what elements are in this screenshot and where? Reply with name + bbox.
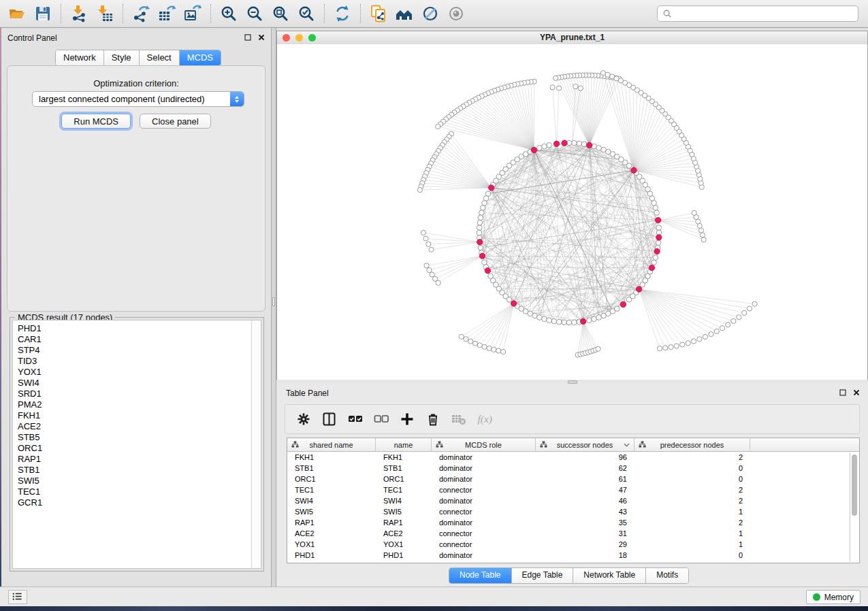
table-row[interactable]: STB1STB1dominator620: [287, 463, 859, 474]
import-table-button[interactable]: [94, 3, 116, 24]
node-table: shared namenameMCDS rolesuccessor nodesp…: [287, 437, 860, 563]
settings-gear-button[interactable]: [295, 410, 312, 428]
mcds-result-item[interactable]: SRD1: [13, 389, 261, 399]
criterion-selected-value: largest connected component (undirected): [33, 94, 230, 104]
column-header-label: name: [394, 441, 413, 449]
zoom-selected-button[interactable]: [295, 3, 317, 24]
table-row[interactable]: FKH1FKH1dominator962: [287, 452, 859, 463]
float-icon[interactable]: [244, 34, 251, 41]
mcds-result-item[interactable]: STB5: [13, 432, 261, 443]
tab-select[interactable]: Select: [140, 50, 180, 65]
zoom-in-button[interactable]: [218, 3, 240, 24]
table-row[interactable]: SWI4SWI4dominator462: [287, 495, 859, 506]
run-mcds-button[interactable]: Run MCDS: [61, 114, 131, 129]
mcds-result-item[interactable]: ORC1: [13, 443, 261, 454]
mcds-result-item[interactable]: TEC1: [13, 486, 261, 497]
column-header-successor-nodes[interactable]: successor nodes: [536, 438, 634, 451]
import-network-button[interactable]: [68, 3, 90, 24]
first-neighbors-button[interactable]: [393, 3, 415, 24]
table-row[interactable]: RAP1RAP1dominator352: [287, 517, 859, 528]
cell-successor-nodes: 46: [536, 495, 634, 506]
column-header-name[interactable]: name: [376, 438, 432, 451]
table-scrollbar[interactable]: [850, 452, 858, 562]
search-input[interactable]: [675, 8, 853, 19]
mcds-result-item[interactable]: TID3: [13, 356, 261, 367]
mcds-result-item[interactable]: PHD1: [13, 323, 261, 334]
splitter-grip-h[interactable]: [568, 380, 577, 384]
mcds-result-item[interactable]: YOX1: [13, 367, 261, 378]
network-canvas[interactable]: [277, 44, 867, 380]
tab-node-table[interactable]: Node Table: [449, 568, 512, 583]
horizontal-splitter[interactable]: [276, 380, 868, 384]
mcds-result-item[interactable]: STB1: [13, 465, 261, 476]
mcds-result-item[interactable]: FKH1: [13, 410, 261, 421]
memory-button[interactable]: Memory: [806, 590, 861, 604]
column-header-mcds-role[interactable]: MCDS role: [432, 438, 536, 451]
toolbar-separator: [360, 4, 361, 23]
search-box[interactable]: [657, 5, 858, 22]
tab-edge-table[interactable]: Edge Table: [512, 568, 574, 583]
column-header-label: MCDS role: [465, 441, 502, 449]
tab-mcds[interactable]: MCDS: [180, 50, 221, 65]
deselect-all-button[interactable]: [372, 410, 390, 428]
task-history-button[interactable]: [8, 590, 27, 604]
table-row[interactable]: ACE2ACE2connector311: [287, 528, 859, 539]
select-stepper-icon: [230, 92, 244, 106]
delete-table-button: [450, 410, 468, 428]
table-scrollbar-thumb[interactable]: [852, 455, 857, 516]
table-row[interactable]: PHD1PHD1dominator180: [287, 550, 859, 561]
column-header-label: shared name: [309, 441, 353, 449]
save-session-button[interactable]: [32, 3, 54, 24]
criterion-select[interactable]: largest connected component (undirected): [32, 91, 244, 107]
export-table-button[interactable]: [156, 3, 178, 24]
table-row[interactable]: TEC1TEC1connector472: [287, 484, 859, 495]
apply-layout-button[interactable]: [332, 3, 353, 24]
select-all-button[interactable]: [347, 410, 364, 428]
mcds-result-list[interactable]: PHD1CAR1STP4TID3YOX1SWI4SRD1PMA2FKH1ACE2…: [12, 320, 261, 569]
mcds-result-item[interactable]: SWI5: [13, 476, 261, 486]
tab-network-table[interactable]: Network Table: [573, 568, 646, 583]
delete-column-button[interactable]: [424, 410, 442, 428]
cell-mcds-role: connector: [432, 539, 536, 550]
close-icon[interactable]: [853, 389, 860, 396]
graphics-details-button[interactable]: [419, 3, 441, 24]
table-row[interactable]: ORC1ORC1dominator610: [287, 474, 859, 484]
mcds-result-item[interactable]: STP4: [13, 345, 261, 356]
zoom-fit-button[interactable]: [270, 3, 291, 24]
table-row[interactable]: YOX1YOX1connector291: [287, 539, 859, 550]
cell-successor-nodes: 47: [536, 484, 634, 495]
close-panel-button[interactable]: Close panel: [140, 114, 211, 129]
table-row[interactable]: SWI5SWI5connector431: [287, 506, 859, 517]
sort-chevron-icon[interactable]: [624, 443, 630, 447]
apply-layout-icon: [334, 5, 351, 22]
cell-successor-nodes: 96: [536, 452, 634, 463]
column-header-predecessor-nodes[interactable]: predecessor nodes: [634, 438, 750, 451]
splitter-grip[interactable]: [272, 297, 275, 306]
close-icon[interactable]: [258, 34, 265, 41]
mcds-result-item[interactable]: CAR1: [13, 334, 261, 345]
export-image-button[interactable]: [182, 3, 204, 24]
network-from-selection-button[interactable]: [368, 3, 389, 24]
tab-network[interactable]: Network: [56, 50, 104, 65]
network-graph[interactable]: [277, 44, 867, 380]
mcds-result-item[interactable]: SWI4: [13, 378, 261, 389]
tab-motifs[interactable]: Motifs: [646, 568, 688, 583]
open-session-button[interactable]: [6, 3, 28, 24]
cytoscape-app: Control Panel NetworkStyleSelectMCDS Opt…: [0, 0, 868, 611]
column-header-shared-name[interactable]: shared name: [287, 438, 376, 451]
show-columns-button[interactable]: [321, 410, 338, 428]
float-icon[interactable]: [839, 389, 846, 396]
mcds-result-item[interactable]: RAP1: [13, 454, 261, 465]
tab-style[interactable]: Style: [104, 50, 140, 65]
export-network-button[interactable]: [130, 3, 152, 24]
zoom-out-button[interactable]: [244, 3, 266, 24]
network-view-window: YPA_prune.txt_1: [276, 31, 868, 380]
new-column-button[interactable]: [398, 410, 416, 428]
cell-shared-name: YOX1: [287, 539, 376, 550]
mcds-list-scrollbar[interactable]: [251, 320, 261, 568]
mcds-result-item[interactable]: GCR1: [13, 497, 261, 508]
vertical-splitter[interactable]: [271, 28, 276, 587]
mcds-result-item[interactable]: PMA2: [13, 399, 261, 410]
cell-successor-nodes: 62: [536, 463, 634, 474]
mcds-result-item[interactable]: ACE2: [13, 421, 261, 432]
